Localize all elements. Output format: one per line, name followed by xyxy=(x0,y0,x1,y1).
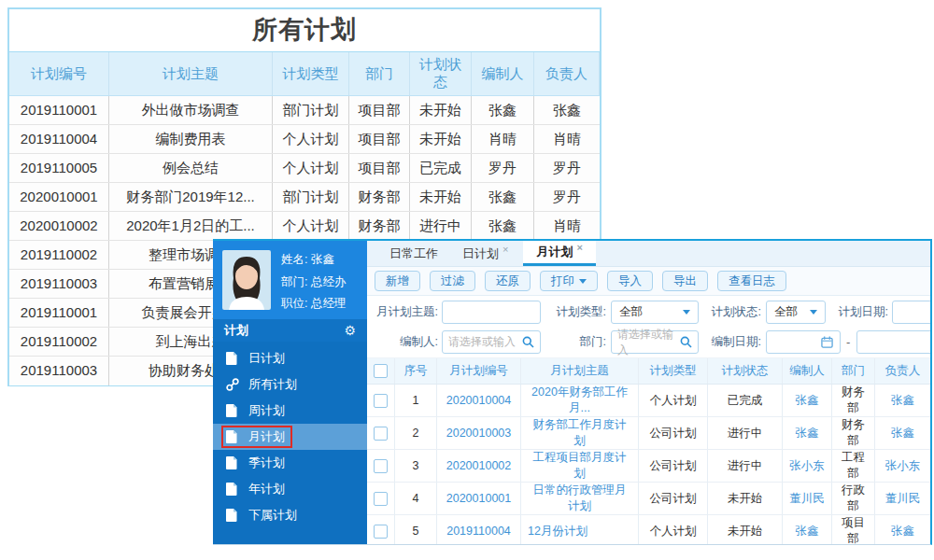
owner-link[interactable]: 张鑫 xyxy=(875,385,930,416)
owner-link[interactable]: 董川民 xyxy=(875,483,930,514)
plan-subject-link[interactable]: 工程项目部月度计划 xyxy=(521,450,639,482)
sidebar-item-label: 日计划 xyxy=(248,350,285,367)
filter-button[interactable]: 过滤 xyxy=(430,271,475,291)
tab-day-plan[interactable]: 日计划× xyxy=(453,241,517,266)
editor-link[interactable]: 董川民 xyxy=(783,483,832,514)
profile-name: 姓名: 张鑫 xyxy=(281,252,346,268)
owner-link[interactable]: 张鑫 xyxy=(875,417,930,449)
editor-link[interactable]: 张鑫 xyxy=(783,515,832,545)
editor-filter-input[interactable]: 请选择或输入 xyxy=(442,330,541,354)
cell: 张鑫 xyxy=(472,212,534,240)
sidebar-item-week-plan[interactable]: 周计划 xyxy=(213,398,367,424)
column-header: 编制人 xyxy=(783,358,832,384)
button-label: 还原 xyxy=(496,273,519,289)
cell: 项目部 xyxy=(349,96,410,124)
column-header: 计划状态 xyxy=(410,52,472,95)
plan-date-filter-input[interactable] xyxy=(892,301,930,324)
plan-module-window: 姓名: 张鑫 部门: 总经办 职位: 总经理 计划 ⚙ 日计划所有计划周计划月计… xyxy=(213,239,932,545)
cell: 张鑫 xyxy=(472,96,534,124)
column-header: 计划编号 xyxy=(9,52,109,95)
view-log-button[interactable]: 查看日志 xyxy=(717,271,786,291)
sidebar-item-quarter-plan[interactable]: 季计划 xyxy=(213,450,367,476)
checkbox-cell xyxy=(367,450,395,482)
sidebar-item-label: 下属计划 xyxy=(248,507,297,524)
sidebar-section-plan: 计划 ⚙ xyxy=(213,319,367,342)
plan-id-link[interactable]: 2020010001 xyxy=(437,483,521,514)
cell: 个人计划 xyxy=(273,154,349,182)
row-checkbox[interactable] xyxy=(374,394,388,408)
sidebar-item-subordinate-plan[interactable]: 下属计划 xyxy=(213,502,367,528)
cell: 财务部门2019年12... xyxy=(109,183,273,211)
create-date-to-input[interactable] xyxy=(856,330,930,354)
sidebar-item-all-plans[interactable]: 所有计划 xyxy=(213,371,367,398)
plan-status-cell: 已完成 xyxy=(708,385,783,416)
print-button[interactable]: 打印 xyxy=(540,271,598,291)
cell: 部门计划 xyxy=(273,183,349,211)
column-header: 部门 xyxy=(349,52,410,95)
chevron-down-icon xyxy=(810,310,817,315)
file-icon xyxy=(226,404,241,417)
cell: 未开始 xyxy=(410,183,472,211)
plan-subject-link[interactable]: 财务部工作月度计划 xyxy=(521,417,639,449)
editor-link[interactable]: 张鑫 xyxy=(783,417,832,449)
cell: 罗丹 xyxy=(472,154,534,182)
tab-close-icon[interactable]: × xyxy=(576,242,582,253)
table-row: 120200100042020年财务部工作月...个人计划已完成张鑫财务部张鑫 xyxy=(367,385,930,417)
row-checkbox[interactable] xyxy=(374,492,388,506)
plan-subject-link[interactable]: 12月份计划 xyxy=(521,515,639,545)
status-filter-select[interactable]: 全部 xyxy=(766,301,826,324)
plan-subject-link[interactable]: 日常的行政管理月计划 xyxy=(521,483,639,514)
owner-link[interactable]: 张鑫 xyxy=(875,515,930,545)
tab-close-icon[interactable]: × xyxy=(502,244,508,255)
plan-id-link[interactable]: 2019110004 xyxy=(437,515,521,545)
import-button[interactable]: 导入 xyxy=(607,271,653,291)
type-filter-select[interactable]: 全部 xyxy=(611,301,699,324)
cell: 2019110005 xyxy=(9,154,109,182)
editor-link[interactable]: 张小东 xyxy=(783,450,832,482)
create-date-from-input[interactable] xyxy=(766,330,841,354)
column-header: 序号 xyxy=(395,358,437,384)
seq-cell: 5 xyxy=(395,515,437,545)
subject-filter-input[interactable] xyxy=(442,301,541,324)
select-all-checkbox[interactable] xyxy=(374,364,388,378)
editor-link[interactable]: 张鑫 xyxy=(783,385,832,416)
row-checkbox[interactable] xyxy=(374,459,388,473)
plan-id-link[interactable]: 2020010004 xyxy=(437,385,521,416)
editor-filter-label: 编制人: xyxy=(369,330,438,354)
cell: 例会总结 xyxy=(109,154,273,182)
file-icon xyxy=(226,352,241,365)
sidebar-item-day-plan[interactable]: 日计划 xyxy=(213,345,367,371)
sidebar-section-label: 计划 xyxy=(224,322,248,339)
add-button[interactable]: 新增 xyxy=(375,271,420,291)
sidebar-item-label: 所有计划 xyxy=(248,376,297,393)
plan-id-link[interactable]: 2020010002 xyxy=(437,450,521,482)
page-title: 所有计划 xyxy=(9,9,600,52)
dept-cell: 财务部 xyxy=(832,385,875,416)
plan-id-link[interactable]: 2020010003 xyxy=(437,417,521,449)
cell: 财务部 xyxy=(349,183,410,211)
column-header: 部门 xyxy=(832,358,875,384)
tab-month-plan[interactable]: 月计划× xyxy=(523,241,595,266)
gear-icon[interactable]: ⚙ xyxy=(344,324,356,337)
owner-link[interactable]: 张小东 xyxy=(875,450,930,482)
plan-subject-link[interactable]: 2020年财务部工作月... xyxy=(521,385,639,416)
row-checkbox[interactable] xyxy=(374,525,388,539)
sidebar-item-month-plan[interactable]: 月计划 xyxy=(213,424,367,450)
table-row: 42020010001日常的行政管理月计划公司计划未开始董川民行政部董川民 xyxy=(367,483,930,515)
plan-type-cell: 个人计划 xyxy=(639,515,708,545)
cell: 2019110004 xyxy=(9,125,109,153)
dept-filter-input[interactable]: 请选择或输入 xyxy=(611,330,699,354)
checkbox-cell xyxy=(367,515,395,545)
search-icon xyxy=(680,336,692,348)
cell: 2020010002 xyxy=(9,212,109,240)
row-checkbox[interactable] xyxy=(374,427,388,441)
tab-daily-work[interactable]: 日常工作 xyxy=(380,241,447,266)
sidebar-item-year-plan[interactable]: 年计划 xyxy=(213,476,367,502)
export-button[interactable]: 导出 xyxy=(662,271,708,291)
restore-button[interactable]: 还原 xyxy=(485,271,531,291)
column-header: 计划主题 xyxy=(109,52,273,95)
dept-filter-label: 部门: xyxy=(563,330,606,354)
profile-position: 职位: 总经理 xyxy=(281,296,346,312)
checkbox-cell xyxy=(367,417,395,449)
plan-status-cell: 未开始 xyxy=(708,515,783,545)
